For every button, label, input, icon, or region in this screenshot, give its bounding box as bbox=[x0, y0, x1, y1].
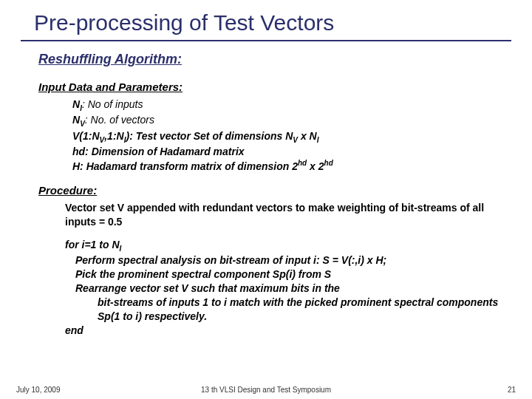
procedure-loop: for i=1 to NI Perform spectral analysis … bbox=[65, 238, 511, 338]
section-reshuffling: Reshuffling Algorithm: bbox=[38, 52, 511, 67]
for-line: for i=1 to NI bbox=[65, 238, 511, 253]
param-h: H: Hadamard transform matrix of dimensio… bbox=[72, 159, 511, 174]
slide-title: Pre-processing of Test Vectors bbox=[21, 10, 511, 40]
procedure-step1: Vector set V appended with redundant vec… bbox=[65, 201, 511, 229]
title-rule bbox=[21, 40, 511, 41]
footer-page: 21 bbox=[508, 386, 516, 394]
section-procedure: Procedure: bbox=[38, 184, 511, 197]
parameters-block: NI: No of inputs NV: No. of vectors V(1:… bbox=[72, 98, 511, 174]
param-ni: NI: No of inputs bbox=[72, 98, 511, 113]
footer-venue: 13 th VLSI Design and Test Symposium bbox=[0, 386, 532, 394]
param-v: V(1:NV,1:NI): Test vector Set of dimensi… bbox=[72, 129, 511, 145]
param-nv: NV: No. of vectors bbox=[72, 113, 511, 129]
section-input-data: Input Data and Parameters: bbox=[38, 81, 511, 93]
loop-line2: Pick the prominent spectral component Sp… bbox=[75, 267, 511, 282]
loop-line4: bit-streams of inputs 1 to i match with … bbox=[98, 296, 511, 324]
loop-line3: Rearrange vector set V such that maximum… bbox=[75, 282, 511, 296]
end-line: end bbox=[65, 324, 511, 338]
loop-line1: Perform spectral analysis on bit-stream … bbox=[75, 253, 511, 267]
param-hd: hd: Dimension of Hadamard matrix bbox=[72, 145, 511, 159]
